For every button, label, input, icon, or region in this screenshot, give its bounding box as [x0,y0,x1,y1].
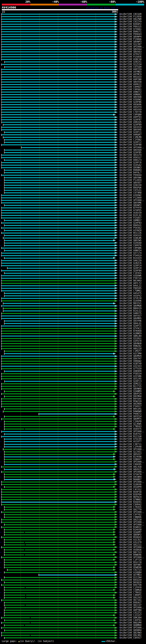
alignment-bar[interactable] [5,152,115,153]
alignment-row[interactable]: UniRef100_C4CVS2 [0,488,146,491]
alignment-row[interactable]: UniRef100_B4V7V8 [0,584,146,586]
alignment-bar[interactable] [2,522,115,523]
alignment-row[interactable]: UniRef100_Q01GT4 [0,154,146,156]
alignment-bar[interactable] [5,258,113,258]
alignment-bar[interactable] [2,318,115,319]
alignment-row[interactable]: UniRef100_Q7UA70 [0,473,146,476]
alignment-row[interactable]: UniRef100_O67161 [0,599,146,602]
alignment-row[interactable]: UniRef100_B9WER6 [0,554,146,556]
alignment-bar[interactable] [2,584,115,586]
alignment-bar[interactable] [2,109,115,110]
alignment-bar[interactable] [5,170,115,171]
alignment-bar[interactable] [5,139,115,140]
alignment-row[interactable]: UniRef100_Q20FB5 [0,151,146,154]
alignment-bar[interactable] [2,336,115,336]
alignment-row[interactable]: UniRef100_B4VLI1 [0,284,146,287]
alignment-row[interactable]: UniRef100_C7DY70 [0,111,146,114]
alignment-row[interactable]: UniRef100_P34919 [0,254,146,257]
alignment-row[interactable]: UniRef100_A7PA72 [0,53,146,56]
alignment-bar[interactable] [2,328,115,329]
alignment-bar[interactable] [2,333,115,334]
alignment-bar[interactable] [2,102,115,102]
alignment-row[interactable]: UniRef100_Q20FB9 [0,124,146,126]
alignment-row[interactable]: UniRef100_A9SK06 [0,104,146,106]
alignment-bar[interactable] [5,454,113,455]
alignment-row[interactable]: UniRef100_A9NVI4 [0,249,146,252]
alignment-bar[interactable] [2,466,115,468]
alignment-bar[interactable] [2,492,115,492]
alignment-bar[interactable] [2,26,115,27]
alignment-row[interactable]: UniRef100_A2C5M4 [0,352,146,355]
alignment-row[interactable]: UniRef100_UPI000.. [0,524,146,526]
alignment-row[interactable]: UniRef100_C3KT11 [0,443,146,446]
alignment-bar[interactable] [5,182,115,183]
alignment-bar[interactable] [2,348,115,349]
alignment-bar[interactable] [2,34,115,35]
alignment-bar[interactable] [2,56,115,57]
alignment-bar[interactable] [2,155,115,156]
alignment-bar[interactable] [5,160,115,160]
alignment-bar[interactable] [5,597,113,598]
alignment-bar[interactable] [2,97,115,98]
alignment-bar[interactable] [5,323,115,324]
alignment-row[interactable]: UniRef100_Q20FB6 [0,101,146,104]
alignment-bar[interactable] [5,353,113,354]
alignment-bar[interactable] [2,378,115,379]
alignment-bar[interactable] [2,280,115,281]
alignment-row[interactable]: UniRef100_A5DDG6 [0,548,146,551]
alignment-bar[interactable] [2,212,115,213]
alignment-row[interactable]: UniRef100_C2HGP0 [0,420,146,423]
alignment-row[interactable]: UniRef100_C0PRT6 [0,244,146,247]
alignment-bar[interactable] [2,49,115,50]
alignment-bar[interactable] [2,228,115,228]
alignment-row[interactable]: UniRef100_Q41019 [0,126,146,128]
alignment-bar[interactable] [2,76,115,78]
alignment-row[interactable]: UniRef100_A9RIU5 [0,121,146,124]
alignment-row[interactable]: UniRef100_A3LQ70 [0,541,146,544]
alignment-bar[interactable] [2,527,115,528]
alignment-bar[interactable] [5,625,113,626]
alignment-row[interactable]: UniRef100_Q9K384 [0,616,146,619]
alignment-bar[interactable] [2,431,115,432]
alignment-bar[interactable] [2,580,115,580]
alignment-bar[interactable] [5,424,115,424]
alignment-row[interactable]: UniRef100_Q4BX75 [0,312,146,315]
alignment-row[interactable]: UniRef100_P09043 [0,33,146,36]
alignment-bar[interactable] [2,484,115,485]
alignment-row[interactable]: UniRef100_B3H4P2 [0,23,146,26]
alignment-bar[interactable] [2,69,115,70]
alignment-row[interactable]: UniRef100_A3QVW2 [0,194,146,196]
alignment-row[interactable]: UniRef100_P25856 [0,56,146,58]
alignment-bar[interactable] [2,41,115,42]
alignment-bar[interactable] [5,242,115,244]
alignment-row[interactable]: UniRef100_C8CGU0 [0,13,146,16]
alignment-bar[interactable] [2,499,115,500]
alignment-bar[interactable] [5,564,115,566]
alignment-row[interactable]: UniRef100_B0ABD7 [0,478,146,481]
alignment-bar[interactable] [2,117,115,118]
alignment-row[interactable]: UniRef100_Q7NN83 [0,498,146,501]
alignment-bar[interactable] [2,39,115,40]
alignment-row[interactable]: UniRef100_B9RGT1 [0,30,146,33]
alignment-bar[interactable] [2,144,115,145]
alignment-row[interactable]: UniRef100_Q8VXQ9 [0,149,146,151]
alignment-bar[interactable] [2,44,115,45]
alignment-bar[interactable] [4,238,115,238]
alignment-bar[interactable] [2,401,115,402]
alignment-bar[interactable] [2,175,115,176]
alignment-row[interactable]: UniRef100_C1FDB2 [0,139,146,141]
alignment-bar[interactable] [5,572,115,573]
alignment-bar[interactable] [5,577,115,578]
alignment-bar[interactable] [4,137,115,138]
alignment-row[interactable]: UniRef100_C9NHD6 [0,516,146,518]
alignment-bar[interactable] [5,142,115,143]
alignment-bar[interactable] [2,313,115,314]
alignment-bar[interactable] [5,185,115,186]
alignment-bar[interactable] [2,356,115,356]
alignment-bar[interactable] [2,200,115,201]
alignment-bar[interactable] [5,250,115,251]
alignment-bar[interactable] [2,248,115,248]
alignment-bar[interactable] [5,220,115,221]
alignment-row[interactable]: UniRef100_B9IA33 [0,76,146,78]
alignment-bar[interactable] [2,24,115,25]
